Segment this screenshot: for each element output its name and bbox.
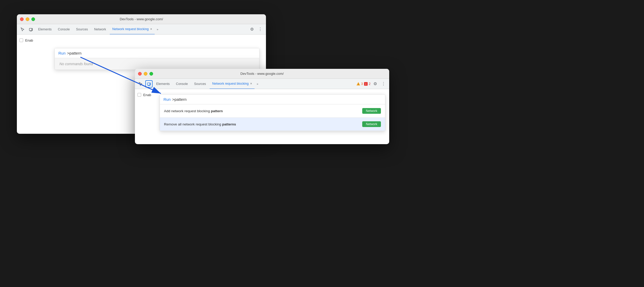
svg-text:!: ! [358, 83, 359, 85]
tab-network-1[interactable]: Network [92, 24, 109, 35]
cmd-no-results-1: No commands found [55, 58, 259, 70]
tab-elements-1[interactable]: Elements [36, 24, 54, 35]
svg-rect-1 [32, 29, 32, 30]
cmd-chevron-1: > [67, 51, 70, 55]
cmd-result-text-2: Remove all network request blocking patt… [164, 122, 236, 126]
close-button-1[interactable] [20, 17, 24, 21]
warning-count: 3 [361, 82, 363, 86]
traffic-lights-2 [138, 72, 153, 76]
maximize-button-1[interactable] [31, 17, 35, 21]
cmd-pattern-text-1: pattern [69, 51, 81, 55]
devtools-window-2: DevTools - www.google.com/ Elements Cons… [135, 69, 389, 144]
cmd-input-text-1: >pattern [67, 51, 81, 55]
cmd-run-label-1: Run [58, 51, 66, 55]
minimize-button-2[interactable] [144, 72, 147, 76]
tab-close-1[interactable]: × [150, 27, 152, 31]
svg-text:!: ! [366, 83, 366, 85]
error-badge: ! 2 [364, 82, 371, 86]
warning-icon: ! [356, 82, 360, 86]
command-palette-2: Run >pattern Add network request blockin… [160, 94, 385, 131]
inspect-icon-1[interactable] [19, 26, 26, 33]
content-bar-1: Enab [17, 35, 266, 46]
cmd-result-text-1: Add network request blocking pattern [164, 109, 223, 113]
more-menu-icon-1[interactable]: ⋮ [257, 26, 264, 33]
cmd-input-row-1[interactable]: Run >pattern [55, 48, 259, 58]
cmd-input-row-2[interactable]: Run >pattern [160, 95, 385, 104]
close-button-2[interactable] [138, 72, 142, 76]
cmd-chevron-2: > [172, 97, 175, 102]
inspect-icon-2[interactable] [137, 80, 144, 88]
toolbar-1: Elements Console Sources Network Network… [17, 24, 266, 35]
command-palette-1: Run >pattern No commands found [54, 48, 259, 70]
window-title-2: DevTools - www.google.com/ [241, 72, 284, 76]
tab-console-2[interactable]: Console [173, 79, 190, 89]
settings-icon-2[interactable]: ⚙ [372, 80, 379, 88]
tab-close-2[interactable]: × [250, 82, 252, 85]
cmd-result-1[interactable]: Add network request blocking pattern Net… [160, 104, 385, 118]
settings-icon-1[interactable]: ⚙ [248, 26, 256, 33]
window-title-1: DevTools - www.google.com/ [120, 17, 163, 21]
enable-label-1: Enab [25, 38, 33, 42]
toolbar-2: Elements Console Sources Network request… [135, 79, 389, 89]
device-icon-1[interactable] [27, 26, 35, 33]
minimize-button-1[interactable] [26, 17, 29, 21]
tab-console-1[interactable]: Console [55, 24, 72, 35]
error-count: 2 [369, 82, 371, 86]
tab-network-request-blocking-2[interactable]: Network request blocking × [210, 79, 255, 89]
cmd-category-badge-2: Network [362, 121, 381, 127]
svg-rect-3 [150, 83, 150, 85]
enable-label-2: Enab [143, 93, 151, 97]
traffic-lights-1 [20, 17, 35, 21]
tab-sources-2[interactable]: Sources [191, 79, 209, 89]
tab-network-request-blocking-1[interactable]: Network request blocking × [110, 24, 155, 35]
enable-checkbox-2[interactable] [138, 93, 141, 97]
more-tabs-icon-1[interactable]: » [156, 28, 159, 31]
title-bar-2: DevTools - www.google.com/ [135, 69, 389, 79]
device-icon-2[interactable] [145, 80, 153, 88]
cmd-input-text-2: >pattern [172, 97, 187, 102]
cmd-pattern-text-2: pattern [174, 97, 187, 102]
cmd-result-2[interactable]: Remove all network request blocking patt… [160, 118, 385, 131]
more-tabs-icon-2[interactable]: » [256, 82, 259, 85]
tab-sources-1[interactable]: Sources [73, 24, 91, 35]
cmd-category-badge-1: Network [362, 108, 381, 114]
more-menu-icon-2[interactable]: ⋮ [380, 80, 387, 88]
error-icon: ! [364, 82, 368, 86]
warning-badge: ! 3 [356, 82, 363, 86]
maximize-button-2[interactable] [149, 72, 153, 76]
cmd-run-label-2: Run [163, 97, 171, 102]
title-bar-1: DevTools - www.google.com/ [17, 14, 266, 24]
enable-checkbox-1[interactable] [19, 38, 23, 42]
tab-elements-2[interactable]: Elements [154, 79, 172, 89]
